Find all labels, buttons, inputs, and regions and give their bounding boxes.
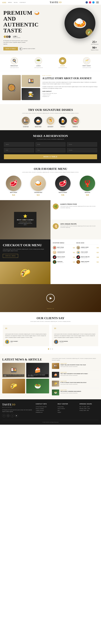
news-images-grid: 🍱 5 BEST SELLING & FAVORITE FOODS THIS Y… [2, 363, 49, 394]
footer-faq[interactable]: FAQ [58, 410, 77, 411]
footer-support[interactable]: Support [58, 412, 77, 413]
hamburger-menu[interactable] [96, 2, 99, 3]
news-desc: Lorem ipsum dolor sit amet, consectetur … [52, 358, 99, 361]
hero-plate: 🍛 🥬 [64, 8, 96, 38]
main-dish-col: MAIN DISH 🍲 GREEN CURRYLorem ipsum dol $… [76, 242, 99, 265]
signature-desc: Lorem ipsum dolor sit amet, consectetur … [16, 112, 86, 114]
hero-meta: 1,200 + Positive Reviews [3, 35, 46, 38]
news-articles-list: 🍱 August 5 2020 5 BEST SELLING FAVORITE … [52, 363, 99, 395]
play-triangle-icon: ▶ [50, 296, 52, 300]
main-item-0: 🍲 GREEN CURRYLorem ipsum dol $34 [76, 246, 99, 250]
view-all-menu-button[interactable]: VIEW ALL MENU [3, 254, 18, 258]
footer-brand: TASTE IO RESTAURANT El Phasellus for Fau… [2, 403, 33, 417]
starter-item-3: 🦞 SEAFOODLorem ipsum dol $20 [53, 260, 75, 264]
footer-social: f ◯ t ▶ [2, 414, 33, 417]
footer-fb-icon[interactable]: f [2, 414, 6, 417]
footer-ig-icon[interactable]: ◯ [6, 414, 10, 417]
meal-categories: 🍳 BREAKFAST Lorem ipsum dol sit 🥗 LUNCH … [0, 54, 101, 71]
email-input[interactable] [36, 142, 66, 146]
name-input[interactable] [4, 142, 34, 146]
meal-cat-party[interactable]: 🥂 PARTY NIGHT Lorem ipsum dol sit [82, 57, 91, 68]
date-input[interactable] [4, 148, 34, 152]
testimonial-1: " Lorem ipsum dolor sit amet, consectetu… [52, 325, 98, 346]
video-label: TASTE IO [47, 308, 54, 309]
story-contact: OUR CONTACT 10 Pine Pointe Suite 938, De… [42, 91, 99, 98]
news-article-2[interactable]: 🌮 August 5 2020 5 TIPS TO MAKE YOUR FOOD… [52, 381, 99, 388]
hero-review-stat: 1,200 + Positive Reviews [13, 36, 20, 38]
checkout-desc: Lorem ipsum dolor sit amet, consectetur … [3, 248, 48, 252]
news-article-1[interactable]: 🍰 August 5 2020 THE 7 BEST DESSERTS FOR … [52, 372, 99, 379]
tab-dessert[interactable]: 🍮 DESSERT [46, 116, 55, 128]
footer-tw-icon[interactable]: t [11, 414, 14, 417]
main-item-1: 🐟 FISH N CHIPSLorem ipsum dol $23 [76, 250, 99, 254]
news-article-3[interactable]: 🥗 August 5 2020 THE 10 MOST ORDERED MAIN… [52, 390, 99, 395]
checkout-section: CHECKOUT OUR MENU Lorem ipsum dolor sit … [0, 240, 101, 284]
story-image-2: 🍱 [22, 75, 40, 87]
instagram-icon[interactable] [89, 1, 91, 4]
hero-buttons: BOOK A TABLE ▶ WATCH OUR STORY [3, 47, 46, 50]
footer-yt-icon[interactable]: ▶ [15, 414, 18, 417]
tab-main-dish[interactable]: 🍛 MAIN DISH [34, 116, 43, 128]
tab-starter[interactable]: 🍱 STARTER [21, 116, 30, 128]
footer-help-col: HELP CENTER Privacy Policy Terms of Serv… [58, 403, 77, 417]
phone-input[interactable] [67, 142, 97, 146]
checkout-left: CHECKOUT OUR MENU Lorem ipsum dolor sit … [0, 240, 50, 284]
checkout-title: CHECKOUT OUR MENU [3, 243, 48, 247]
time-input[interactable] [36, 148, 66, 152]
play-icon[interactable]: ▶ [19, 47, 22, 50]
nav-home[interactable]: HOME [2, 2, 6, 3]
main-item-3: 🍗 FRIED CHICKENLorem ipsum dol $22 [76, 260, 99, 264]
feature-unique-recipe: 📜 100% UNIQUE RECIPE Lorem ipsum dolor s… [50, 220, 101, 240]
menu-item-seafood: 🦞 SEAFOOD $20 [76, 176, 99, 196]
footer: TASTE IO RESTAURANT El Phasellus for Fau… [0, 399, 101, 424]
meal-cat-lunch[interactable]: 🥗 LUNCH Lorem ipsum dol sit [34, 57, 43, 68]
news-image-1[interactable]: 🍱 5 BEST SELLING & FAVORITE FOODS THIS Y… [2, 363, 25, 378]
menu-item-wagyu: 🥩 WAGYU STEAK $36 [52, 176, 74, 196]
story-title: A LITTLE STORY ABOUT OUR JOURNEY [42, 77, 99, 80]
menu-item-steak: 🥩 BEST STEAK $24 [2, 176, 25, 196]
signature-section: TRY OUR SIGNATURE DISHES Lorem ipsum dol… [0, 104, 101, 130]
book-table-button[interactable]: BOOK A TABLE [3, 47, 18, 50]
news-title: LATEST NEWS & ARTICLE [2, 358, 49, 361]
menu-grid: 🥩 BEST STEAK $24 🍛 CHICKEN RICE $22 🥩 WA… [2, 176, 99, 196]
nav-blog[interactable]: BLOG [14, 2, 18, 3]
hero-avatars [3, 35, 11, 38]
story-section: 🥘 🍱 👨‍🍳 OUR STORY A LITTLE STORY ABOUT O… [0, 71, 101, 104]
twitter-icon[interactable] [92, 1, 94, 4]
reservation-section: MAKE A RESERVATION Lorem ipsum dolor sit… [0, 130, 101, 163]
checkout-food-image: 🌮 [0, 262, 50, 284]
hero-section: PREMIUM 🍛 ANDAUTHENTICTASTE 1,200 + Posi… [0, 5, 101, 54]
news-image-2[interactable]: 🍰 THE 7 BEST DESSERTS FOR DINNER WITH FA… [26, 363, 49, 378]
hero-title: PREMIUM 🍛 ANDAUTHENTICTASTE [3, 10, 46, 34]
fav-menu-section: OUR FAVORITE MENU Lorem ipsum dolor sit … [0, 163, 101, 200]
nav-menu[interactable]: MENU [8, 2, 12, 3]
nav-links: HOME MENU BLOG CONTACT [2, 2, 26, 3]
video-play-button[interactable]: ▶ [46, 294, 55, 302]
tab-drinks[interactable]: 🍺 DRINKS [58, 116, 67, 128]
news-image-4[interactable]: 🥗 [26, 379, 49, 394]
news-article-0[interactable]: 🍱 August 5 2020 5 BEST SELLING FAVORITE … [52, 363, 99, 370]
hero-content: PREMIUM 🍛 ANDAUTHENTICTASTE 1,200 + Posi… [3, 10, 46, 50]
hero-desc: El Phasellus for Faucib Quet Erat. Ipsum… [3, 40, 28, 45]
book-table-submit-button[interactable]: BOOK A TABLE [4, 154, 97, 159]
facebook-icon[interactable] [86, 1, 88, 4]
reservation-desc: Lorem ipsum dolor sit amet, consectetur … [4, 138, 97, 140]
nav-actions [86, 1, 99, 4]
testimonial-dots [3, 348, 98, 350]
footer-terms[interactable]: Terms of Service [58, 408, 77, 409]
footer-bottom: © 2020 TASTIO. All Rights Reserved. [2, 420, 99, 423]
watch-story-button[interactable]: ▶ WATCH OUR STORY [19, 47, 35, 50]
footer-privacy[interactable]: Privacy Policy [58, 406, 77, 407]
signature-tabs: 🍱 STARTER 🍛 MAIN DISH 🍮 DESSERT 🍺 DRINKS… [2, 116, 99, 130]
guests-input[interactable] [67, 148, 97, 152]
reservation-form-row2 [4, 148, 97, 152]
meal-cat-dinner[interactable]: 🍽️ DINNER Lorem ipsum dol sit [58, 57, 67, 68]
tab-sweets[interactable]: 🍣 SWEETS [71, 116, 80, 128]
footer-contact-col: CONTACT INFO 10 Pine Pointe Suite 938 De… [36, 403, 55, 417]
meal-cat-breakfast[interactable]: 🍳 BREAKFAST Lorem ipsum dol sit [10, 57, 19, 68]
footer-hours-col: OPENING HOURS Mon - Fri: 9AM - 10PM Satu… [80, 403, 99, 417]
clients-section: OUR CLIENTS SAY Lorem ipsum dolor sit am… [0, 312, 101, 354]
nav-contact[interactable]: CONTACT [20, 2, 26, 3]
news-image-3[interactable]: 🌮 [2, 379, 25, 394]
chef-features: 🌿 ALWAYS FRESH FOOD Lorem ipsum dolor si… [50, 200, 101, 240]
